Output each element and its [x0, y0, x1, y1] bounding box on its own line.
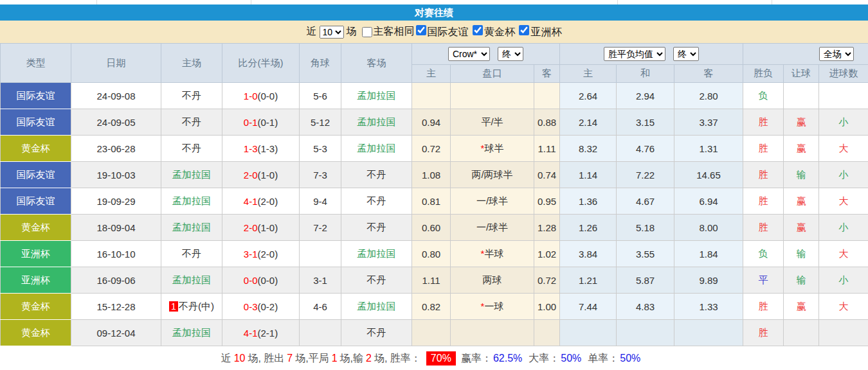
subcol-goals: 进球数: [819, 65, 868, 83]
goals-result-cell: 大: [819, 241, 868, 267]
handicap-result-cell: [784, 83, 819, 109]
summary-text: 场,输: [340, 352, 363, 366]
away-cell: 不丹: [341, 188, 412, 215]
result-cell: 平: [743, 267, 784, 294]
odds-draw-cell: 4.83: [617, 294, 674, 320]
ah-away-odds-cell: [534, 83, 560, 109]
date-cell: 16-09-06: [71, 267, 161, 294]
date-cell: 19-09-29: [71, 188, 161, 215]
odds-away-cell: 14.65: [674, 162, 743, 188]
summary-recent-count: 10: [234, 353, 246, 364]
home-team: 不丹: [182, 248, 201, 259]
away-cell: 孟加拉国: [341, 294, 412, 320]
corner-cell: [300, 320, 341, 346]
odds-away-cell: [674, 320, 743, 346]
odds-away-cell: 1.33: [674, 294, 743, 320]
type-cell: 黄金杯: [1, 136, 71, 162]
recent-label: 近: [307, 25, 317, 39]
home-cell: 孟加拉国: [161, 320, 222, 346]
scope-select[interactable]: 全场: [819, 47, 854, 61]
away-cell: 孟加拉国: [341, 241, 412, 267]
ah-home-odds-cell: 1.11: [412, 267, 451, 294]
col-header-corner: 角球: [300, 44, 341, 83]
match-row: 国际友谊 19-09-29 孟加拉国 4-1(2-0) 9-4 不丹 0.81 …: [1, 188, 868, 215]
handicap-group-header: Crow* 终: [412, 44, 560, 65]
odds-home-cell: 1.14: [560, 162, 617, 188]
odds-draw-cell: 3.55: [617, 241, 674, 267]
ah-line-cell: 平/半: [451, 109, 534, 136]
odds-type-select[interactable]: 胜平负均值: [604, 47, 665, 61]
goals-result-cell: 小: [819, 267, 868, 294]
halftime-score: (2-1): [258, 328, 278, 339]
result-cell: 胜: [743, 215, 784, 241]
home-team: 孟加拉国: [172, 195, 211, 206]
result-cell: 胜: [743, 320, 784, 346]
ah-home-odds-cell: 0.81: [412, 188, 451, 215]
ah-line-cell: 一/球半: [451, 215, 534, 241]
subcol-odds-away: 客: [674, 65, 743, 83]
competition-checkbox-friendly[interactable]: [416, 25, 426, 35]
subcol-ah-away: 客: [534, 65, 560, 83]
result-cell: 胜: [743, 162, 784, 188]
halftime-score: (1-0): [258, 170, 278, 181]
home-team: 孟加拉国: [172, 274, 211, 285]
odds-group-header: 胜平负均值 终: [560, 44, 743, 65]
type-cell: 国际友谊: [1, 83, 71, 109]
halftime-score: (2-0): [258, 249, 278, 260]
history-table-body: 国际友谊 24-09-08 不丹 1-0(0-0) 5-6 孟加拉国 2.64 …: [1, 83, 868, 346]
odds-draw-cell: 5.18: [617, 215, 674, 241]
recent-count-select[interactable]: 10: [320, 26, 344, 39]
top-strip: [0, 0, 868, 4]
corner-cell: 3-1: [300, 267, 341, 294]
date-cell: 15-12-28: [71, 294, 161, 320]
competition-checkbox-asiancup[interactable]: [519, 25, 529, 35]
competition-checkbox-goldcup[interactable]: [473, 25, 483, 35]
home-cell: 孟加拉国: [161, 188, 222, 215]
ah-line-cell: 两/两球半: [451, 162, 534, 188]
away-cell: 孟加拉国: [341, 136, 412, 162]
bookmaker-select[interactable]: Crow*: [448, 47, 490, 61]
ah-line-cell: *半球: [451, 241, 534, 267]
home-cell: 孟加拉国: [161, 267, 222, 294]
ah-line-text: 一球: [484, 301, 503, 312]
score-cell: 2-0(1-0): [222, 215, 300, 241]
matches-label: 场: [347, 25, 357, 39]
result-cell: 胜: [743, 294, 784, 320]
match-row: 国际友谊 24-09-08 不丹 1-0(0-0) 5-6 孟加拉国 2.64 …: [1, 83, 868, 109]
home-cell: 孟加拉国: [161, 215, 222, 241]
match-row: 黄金杯 09-12-04 孟加拉国 4-1(2-1) 不丹 胜: [1, 320, 868, 346]
fulltime-score: 1-0: [244, 91, 258, 101]
ah-away-odds-cell: [534, 320, 560, 346]
odds-home-cell: [560, 320, 617, 346]
halftime-score: (0-2): [258, 301, 278, 312]
ah-home-odds-cell: 0.72: [412, 136, 451, 162]
result-cell: 胜: [743, 188, 784, 215]
ah-line-text: 球半: [484, 143, 503, 154]
handicap-result-cell: 赢: [784, 215, 819, 241]
competition-label-friendly: 国际友谊: [428, 26, 469, 37]
away-cell: 不丹: [341, 162, 412, 188]
corner-cell: 5-3: [300, 136, 341, 162]
odds-time-select[interactable]: 终: [673, 47, 699, 61]
home-team: 孟加拉国: [172, 222, 211, 233]
handicap-time-select[interactable]: 终: [498, 47, 523, 61]
halftime-score: (0-0): [258, 91, 278, 101]
same-venue-label: 主客相同: [374, 25, 415, 39]
corner-cell: [300, 241, 341, 267]
corner-cell: 7-2: [300, 215, 341, 241]
ah-line-cell: 一/球半: [451, 188, 534, 215]
fulltime-score: 4-1: [244, 328, 258, 339]
same-venue-checkbox[interactable]: [362, 27, 372, 37]
summary-text: 场, 胜出: [248, 352, 284, 366]
halftime-score: (1-3): [258, 143, 278, 154]
ah-away-odds-cell: 0.74: [534, 162, 560, 188]
summary-draws: 1: [332, 353, 338, 364]
type-cell: 黄金杯: [1, 294, 71, 320]
odds-away-cell: 8.00: [674, 215, 743, 241]
subcol-odds-home: 主: [560, 65, 617, 83]
handicap-result-cell: 赢: [784, 136, 819, 162]
home-team: 不丹(中): [179, 301, 214, 312]
summary-losses: 2: [366, 353, 372, 364]
score-cell: 0-3(0-2): [222, 294, 300, 320]
score-cell: 4-1(2-0): [222, 188, 300, 215]
